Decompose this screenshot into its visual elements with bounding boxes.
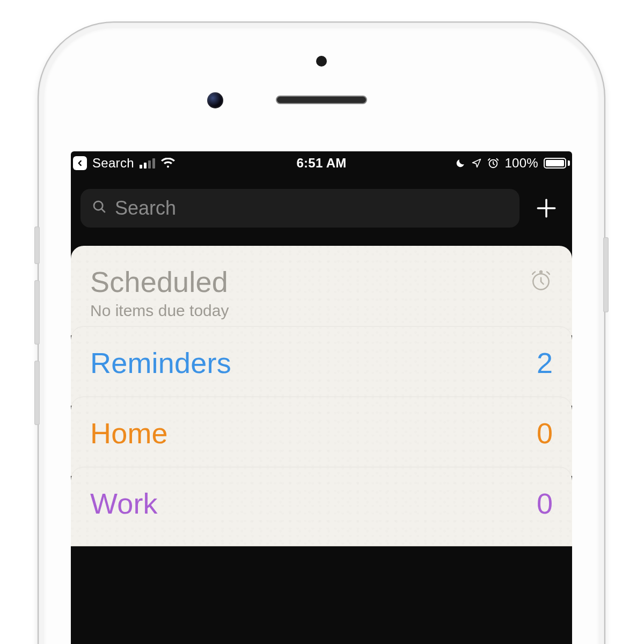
front-camera bbox=[207, 92, 223, 108]
plus-icon bbox=[535, 197, 558, 219]
list-name: Reminders bbox=[90, 346, 231, 379]
search-input[interactable]: Search bbox=[80, 189, 519, 228]
phone-bezel: Search 6:51 AM bbox=[44, 28, 599, 644]
scheduled-subtitle: No items due today bbox=[90, 302, 553, 320]
power-button bbox=[603, 237, 609, 312]
screen: Search 6:51 AM bbox=[71, 151, 572, 644]
mute-switch bbox=[34, 226, 40, 264]
add-list-button[interactable] bbox=[530, 197, 562, 219]
cellular-signal-icon bbox=[140, 158, 155, 169]
volume-up-button bbox=[34, 280, 40, 345]
search-placeholder: Search bbox=[115, 197, 176, 219]
status-bar-time: 6:51 AM bbox=[239, 156, 405, 171]
clock-icon bbox=[529, 269, 553, 295]
list-name: Work bbox=[90, 487, 158, 520]
breadcrumb-back-button[interactable] bbox=[73, 156, 87, 170]
list-card-work[interactable]: Work 0 bbox=[71, 467, 572, 546]
list-count: 0 bbox=[537, 487, 553, 520]
svg-point-6 bbox=[540, 271, 542, 273]
list-card-home[interactable]: Home 0 bbox=[71, 397, 572, 476]
list-card-reminders[interactable]: Reminders 2 bbox=[71, 327, 572, 406]
earpiece-speaker bbox=[276, 96, 367, 104]
battery-icon bbox=[544, 158, 570, 169]
svg-line-2 bbox=[101, 209, 105, 212]
list-name: Home bbox=[90, 416, 168, 450]
do-not-disturb-icon bbox=[455, 158, 466, 169]
volume-down-button bbox=[34, 361, 40, 425]
status-bar: Search 6:51 AM bbox=[71, 151, 572, 175]
list-count: 2 bbox=[537, 346, 553, 379]
search-icon bbox=[91, 197, 107, 219]
scheduled-title: Scheduled bbox=[90, 265, 228, 298]
alarm-icon bbox=[487, 157, 499, 169]
breadcrumb-label[interactable]: Search bbox=[92, 156, 134, 171]
location-icon bbox=[471, 158, 482, 169]
app-header: Search bbox=[71, 175, 572, 246]
reminder-lists: Scheduled No items due today Reminders 2 bbox=[71, 246, 572, 546]
scheduled-card[interactable]: Scheduled No items due today bbox=[71, 246, 572, 335]
battery-percent: 100% bbox=[504, 156, 538, 171]
list-count: 0 bbox=[537, 416, 553, 450]
phone-frame: Search 6:51 AM bbox=[39, 23, 604, 644]
proximity-sensor bbox=[316, 56, 327, 67]
wifi-icon bbox=[160, 158, 175, 169]
